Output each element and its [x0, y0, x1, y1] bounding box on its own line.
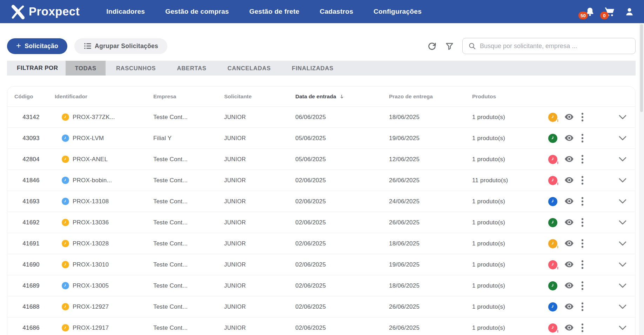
- new-solicitation-button[interactable]: + Solicitação: [7, 38, 67, 54]
- view-button[interactable]: [564, 219, 574, 226]
- kebab-menu-icon: [581, 281, 584, 290]
- deadline-status-clock-icon: !: [548, 239, 557, 248]
- identificador-text: PROX-13028: [73, 240, 109, 247]
- expand-row-button[interactable]: [618, 241, 627, 246]
- expand-row-button[interactable]: [618, 325, 627, 330]
- row-menu-button[interactable]: [581, 197, 584, 206]
- filter-tab[interactable]: ABERTAS: [166, 61, 217, 75]
- empresa-cell: Teste Cont...: [153, 261, 224, 268]
- identificador-cell: PROX-LVM: [55, 134, 153, 142]
- table-row: 41690 PROX-13010 Teste Cont... JUNIOR 02…: [7, 254, 635, 275]
- row-menu-button[interactable]: [581, 323, 584, 333]
- nav-menu-item[interactable]: Indicadores: [106, 8, 145, 15]
- filter-tab[interactable]: FINALIZADAS: [281, 61, 344, 75]
- notifications-button[interactable]: 50: [584, 6, 596, 18]
- kebab-menu-icon: [581, 133, 584, 143]
- chevron-down-icon: [618, 325, 627, 330]
- view-button[interactable]: [564, 177, 574, 184]
- nav-menu-item[interactable]: Configurações: [374, 8, 422, 15]
- brand-logo[interactable]: Proxpect: [10, 4, 80, 20]
- solicitante-cell: JUNIOR: [224, 156, 295, 163]
- view-button[interactable]: [564, 240, 574, 248]
- identificador-cell: PROX-ANEL: [55, 156, 153, 163]
- deadline-status-clock-icon: !: [548, 260, 557, 269]
- identificador-cell: PROX-12917: [55, 324, 153, 331]
- data-entrada-cell: 02/06/2025: [295, 303, 389, 310]
- row-menu-button[interactable]: [581, 176, 584, 185]
- row-menu-button[interactable]: [581, 133, 584, 143]
- prazo-entrega-cell: 19/06/2025: [389, 135, 472, 142]
- view-button[interactable]: [564, 324, 574, 332]
- scrollbar[interactable]: [639, 23, 644, 335]
- column-header[interactable]: Identificador: [55, 93, 153, 100]
- deadline-status-clock-icon: !: [548, 281, 557, 290]
- codigo-cell: 41689: [7, 282, 55, 289]
- view-button[interactable]: [564, 303, 574, 311]
- filter-tab[interactable]: RASCUNHOS: [106, 61, 167, 75]
- filter-button[interactable]: [445, 42, 454, 51]
- user-button[interactable]: [624, 6, 635, 18]
- row-menu-button[interactable]: [581, 218, 584, 227]
- row-menu-button[interactable]: [581, 281, 584, 290]
- chevron-down-icon: [618, 178, 627, 183]
- deadline-status-clock-icon: !: [548, 323, 557, 333]
- expand-row-button[interactable]: [618, 114, 627, 120]
- codigo-cell: 41692: [7, 219, 55, 226]
- refresh-button[interactable]: [427, 41, 437, 51]
- expand-row-button[interactable]: [618, 283, 627, 288]
- solicitante-cell: JUNIOR: [224, 283, 295, 289]
- produtos-cell: 1 produto(s): [472, 240, 534, 247]
- identificador-cell: PROX-13108: [55, 198, 153, 205]
- codigo-cell: 41690: [7, 261, 55, 268]
- expand-row-button[interactable]: [618, 199, 627, 204]
- nav-menu-item[interactable]: Cadastros: [320, 8, 353, 15]
- row-menu-button[interactable]: [581, 302, 584, 311]
- table-header: Código Identificador Empresa Sol: [7, 87, 635, 106]
- row-actions: !: [534, 176, 635, 185]
- view-button[interactable]: [564, 261, 574, 269]
- group-solicitations-button[interactable]: Agrupar Solicitações: [74, 38, 167, 54]
- view-button[interactable]: [564, 156, 574, 163]
- expand-row-button[interactable]: [618, 220, 627, 225]
- filter-tab[interactable]: TODAS: [66, 61, 105, 75]
- row-menu-button[interactable]: [581, 260, 584, 269]
- expand-row-button[interactable]: [618, 178, 627, 183]
- nav-menu-item[interactable]: Gestão de frete: [249, 8, 300, 15]
- eye-icon: [564, 113, 574, 121]
- search-input[interactable]: [480, 42, 630, 50]
- row-menu-button[interactable]: [581, 239, 584, 248]
- column-header[interactable]: Data de entrada: [295, 93, 389, 100]
- row-menu-button[interactable]: [581, 155, 584, 164]
- nav-menu-item[interactable]: Gestão de compras: [165, 8, 229, 15]
- column-header[interactable]: Prazo de entrega: [389, 93, 472, 100]
- view-button[interactable]: [564, 113, 574, 121]
- expand-row-button[interactable]: [618, 304, 627, 309]
- identificador-cell: PROX-13036: [55, 219, 153, 226]
- expand-row-button[interactable]: [618, 157, 627, 162]
- scrollbar-thumb[interactable]: [640, 24, 643, 112]
- cart-button[interactable]: 0: [604, 6, 615, 18]
- column-header[interactable]: Empresa: [153, 93, 224, 100]
- column-header[interactable]: Código: [7, 93, 55, 100]
- row-actions: !: [534, 281, 635, 290]
- deadline-status-clock-icon: !: [548, 218, 557, 227]
- identificador-text: PROX-13010: [73, 261, 109, 268]
- view-button[interactable]: [564, 198, 574, 205]
- search-icon: [468, 42, 476, 50]
- column-header[interactable]: Solicitante: [224, 93, 295, 100]
- request-status-clock-icon: [62, 219, 69, 226]
- expand-row-button[interactable]: [618, 262, 627, 267]
- row-menu-button[interactable]: [581, 112, 584, 122]
- alert-exclamation-icon: !: [557, 160, 559, 164]
- view-button[interactable]: [564, 134, 574, 142]
- brand-name: Proxpect: [29, 5, 80, 18]
- filter-label: FILTRAR POR: [7, 61, 58, 75]
- alert-exclamation-icon: !: [557, 181, 559, 185]
- row-actions: !: [534, 133, 635, 143]
- table-row: 41846 PROX-bobin... Teste Cont... JUNIOR…: [7, 170, 635, 191]
- column-header[interactable]: Produtos: [472, 93, 534, 100]
- expand-row-button[interactable]: [618, 136, 627, 141]
- filter-tab[interactable]: CANCELADAS: [217, 61, 282, 75]
- data-entrada-cell: 06/06/2025: [295, 114, 389, 121]
- view-button[interactable]: [564, 282, 574, 290]
